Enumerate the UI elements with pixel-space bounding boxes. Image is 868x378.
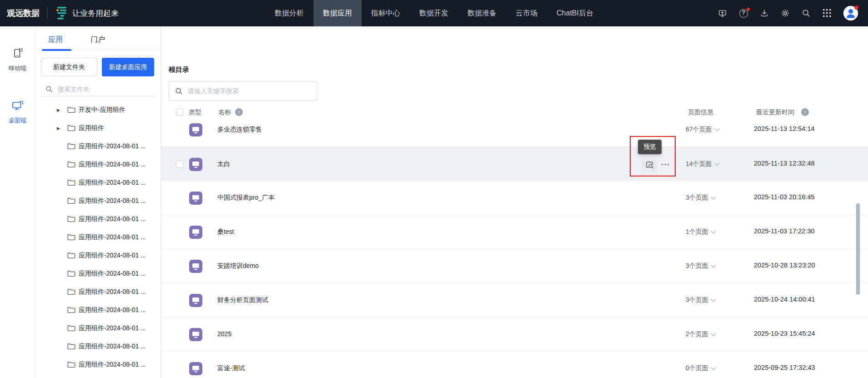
table-row[interactable]: 富途-测试0个页面2025-09-25 17:32:43 [161,352,868,378]
help-icon[interactable]: ? [739,9,748,18]
app-type-icon [189,192,202,205]
page-count[interactable]: 3个页面 [686,296,715,304]
app-monitor-icon [189,328,202,341]
page-count[interactable]: 2个页面 [686,330,715,338]
nav-item-2[interactable]: 指标中心 [361,0,410,26]
tree-item-label: 应用组件-2024-08-01 ... [79,252,146,260]
page-count-label: 14个页面 [686,160,712,168]
folder-search-input[interactable] [57,85,143,93]
table-row[interactable]: 太白14个页面2025-11-13 12:32:48···预览 [161,147,868,181]
chevron-down-icon [711,331,716,336]
search-icon[interactable] [802,9,811,18]
tree-item[interactable]: 应用组件-2024-08-01 ... [35,156,161,174]
app-name[interactable]: 财务分析页面测试 [217,296,268,304]
page-count-label: 3个页面 [686,194,708,202]
table-row[interactable]: 财务分析页面测试3个页面2025-10-24 14:00:41 [161,283,868,318]
tab-portal[interactable]: 门户 [90,35,105,45]
rail-item-desktop[interactable]: 桌面端 [0,100,35,125]
page-count-label: 3个页面 [686,296,708,304]
preview-icon [645,160,654,170]
tree-item[interactable]: 应用组件-2024-08-01 ... [35,247,161,265]
download-icon[interactable] [760,9,769,18]
tree-item[interactable]: ▶开发中-应用组件 [35,101,161,119]
app-type-icon [189,260,202,273]
user-avatar[interactable] [843,6,858,20]
folder-icon [67,343,75,350]
app-name[interactable]: 富途-测试 [217,364,245,373]
page-count[interactable]: 3个页面 [686,194,715,202]
settings-gear-icon[interactable] [781,9,790,18]
table-row[interactable]: 多业态连锁零售67个页面2025-11-13 12:54:14 [161,113,868,147]
table-row[interactable]: 中国式报表pro_广丰3个页面2025-11-03 20:16:45 [161,181,868,215]
nav-item-1[interactable]: 数据应用 [313,0,361,26]
page-count[interactable]: 67个页面 [686,126,719,134]
tree-item[interactable]: 应用组件-2024-08-01 ... [35,192,161,210]
notification-dot [747,8,750,11]
keyword-search-input[interactable] [187,87,310,95]
nav-item-5[interactable]: 云市场 [506,0,547,26]
rail-item-label: 移动端 [9,64,26,72]
app-monitor-icon [189,226,202,239]
tree-item[interactable]: 应用组件-2024-08-01 ... [35,283,161,301]
chevron-down-icon [711,194,716,199]
screen-cast-icon[interactable] [718,9,727,18]
preview-button[interactable] [642,157,657,172]
new-folder-button[interactable]: 新建文件夹 [41,58,97,76]
rail-item-mobile[interactable]: 移动端 [0,47,35,72]
app-type-icon [189,226,202,239]
page-count[interactable]: 14个页面 [686,160,719,168]
page-title: 根目录 [169,66,189,74]
app-name[interactable]: 多业态连锁零售 [217,126,262,134]
tree-item[interactable]: 应用组件-2024-08-01 ... [35,137,161,156]
nav-item-6[interactable]: ChatBI后台 [547,0,603,26]
folder-icon [67,361,75,368]
page-count[interactable]: 1个页面 [686,228,715,236]
chevron-down-icon [714,161,719,166]
tree-item-label: 应用组件-2024-08-01 ... [79,361,146,369]
tree-item[interactable]: 应用组件-2024-08-01 ... [35,301,161,319]
more-actions-button[interactable]: ··· [658,158,673,171]
row-checkbox[interactable] [176,161,183,168]
page-count[interactable]: 0个页面 [686,364,715,373]
table-row[interactable]: 桑test1个页面2025-11-03 17:22:30 [161,215,868,249]
app-name[interactable]: 桑test [217,228,234,236]
tree-item[interactable]: ▶应用组件 [35,119,161,137]
vertical-scrollbar[interactable] [856,203,860,295]
main-nav: 数据分析数据应用指标中心数据开发数据准备云市场ChatBI后台 [265,0,603,26]
page-count[interactable]: 3个页面 [686,262,715,270]
topbar-icons: ? [718,6,858,20]
app-monitor-icon [189,158,202,171]
tree-item-label: 应用组件-2024-08-01 ... [79,161,146,169]
chevron-down-icon [711,228,716,233]
app-name[interactable]: 安踏培训demo [217,262,259,270]
tree-item[interactable]: 应用组件-2024-08-01 ... [35,338,161,356]
table-row[interactable]: 安踏培训demo3个页面2025-10-28 13:23:20 [161,249,868,283]
tree-item-label: 应用组件-2024-08-01 ... [79,343,146,351]
tree-item[interactable]: 应用组件-2024-08-01 ... [35,356,161,374]
nav-item-3[interactable]: 数据开发 [410,0,458,26]
table-row[interactable]: 20252个页面2025-10-23 15:45:24 [161,318,868,352]
expand-arrow-icon[interactable]: ▶ [57,108,60,112]
tree-item[interactable]: 应用组件-2024-08-01 ... [35,210,161,228]
app-name[interactable]: 2025 [217,330,231,338]
apps-grid-icon[interactable] [823,9,832,18]
app-monitor-icon [189,260,202,273]
tree-item[interactable]: 应用组件-2024-08-01 ... [35,265,161,283]
tree-item[interactable]: 应用组件-2024-08-01 ... [35,174,161,192]
new-desktop-app-button[interactable]: 新建桌面应用 [102,58,154,76]
page-count-label: 1个页面 [686,228,708,236]
active-tab-underline [42,49,71,51]
search-icon [175,87,183,95]
app-monitor-icon [189,192,202,205]
app-name[interactable]: 中国式报表pro_广丰 [217,194,275,202]
tree-item[interactable]: 应用组件-2024-08-01 ... [35,228,161,247]
nav-item-0[interactable]: 数据分析 [265,0,313,26]
search-icon [45,86,53,93]
expand-arrow-icon[interactable]: ▶ [57,126,60,131]
desktop-icon [11,100,24,113]
tab-apps[interactable]: 应用 [48,35,63,45]
nav-item-4[interactable]: 数据准备 [458,0,506,26]
app-name[interactable]: 太白 [217,160,230,168]
tree-item[interactable]: 应用组件-2024-08-01 ... [35,319,161,338]
folder-icon [67,197,75,205]
